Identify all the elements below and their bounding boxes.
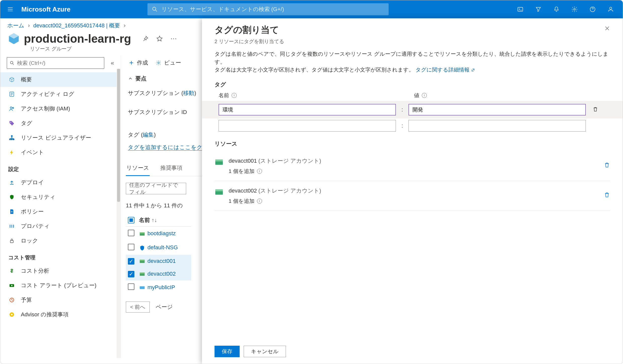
info-icon[interactable]: i [257,199,262,204]
breadcrumb-item[interactable]: devacct002_1659554017448 | 概要 [33,22,120,29]
col-name[interactable]: 名前 ↑↓ [137,214,191,227]
resource-link[interactable]: devacct001 [147,258,176,264]
tag-name-input[interactable] [219,120,396,132]
view-button[interactable]: ビュー [155,59,181,67]
tag-value-input[interactable] [408,104,586,115]
sidebar-search[interactable] [7,57,104,69]
sidebar-scrollbar[interactable] [117,69,121,358]
help-button[interactable] [585,3,601,15]
row-checkbox[interactable]: ✓ [128,258,134,265]
tag-name-input[interactable] [219,104,396,115]
row-checkbox[interactable] [128,244,134,250]
row-checkbox[interactable] [128,283,134,290]
nav-properties[interactable]: プロパティ [0,219,121,233]
resource-link[interactable]: default-NSG [147,244,178,251]
nav-security[interactable]: セキュリティ [0,190,121,204]
select-all-checkbox[interactable] [128,217,134,223]
svg-point-2 [574,9,576,10]
resource-link[interactable]: myPublicIP [147,284,175,290]
nav-policies[interactable]: ポリシー [0,204,121,219]
info-icon[interactable]: i [232,93,237,98]
tab-resources[interactable]: リソース [126,161,150,176]
resource-card-body: devacct001(ストレージ アカウント) 1 個を追加i [229,157,599,175]
scrollbar-thumb[interactable] [117,69,120,202]
nav-events[interactable]: イベント [0,145,121,160]
tags-section-header: タグ [202,74,623,92]
nav-locks[interactable]: ロック [0,233,121,248]
nav-activity-log[interactable]: アクティビティ ログ [0,87,121,101]
cloud-shell-button[interactable] [512,3,528,15]
nav-cost-analysis[interactable]: コスト分析 [0,264,121,278]
nav-deployments[interactable]: デプロイ [0,175,121,190]
resource-remove-button[interactable] [604,187,610,199]
nav-resource-visualizer[interactable]: リソース ビジュアライザー [0,131,121,145]
row-checkbox[interactable]: ✓ [128,271,134,277]
subscription-move-link[interactable]: 移動 [183,90,194,96]
tags-edit-link[interactable]: 編集 [143,132,154,138]
directories-button[interactable] [530,3,546,15]
nav-cost-alerts[interactable]: コスト アラート (プレビュー) [0,278,121,293]
pin-button[interactable] [141,34,150,43]
row-checkbox[interactable] [128,230,134,236]
breadcrumb-home[interactable]: ホーム [7,22,24,29]
create-button[interactable]: 作成 [128,59,148,67]
resource-add-row: 1 個を追加i [229,168,599,175]
svg-rect-1 [518,7,523,11]
sidebar-collapse-button[interactable]: « [111,59,114,67]
svg-rect-27 [140,286,145,289]
table-row[interactable]: ✓devacct002 [126,268,191,280]
notifications-button[interactable] [548,3,564,15]
nav-tags[interactable]: タグ [0,116,121,131]
table-row[interactable]: myPublicIP [126,280,191,294]
resource-remove-button[interactable] [604,157,610,169]
nav-advisor[interactable]: Advisor の推奨事項 [0,307,121,322]
tag-delete-button[interactable] [590,106,600,113]
resource-link[interactable]: bootdiagstz [147,230,176,236]
sidebar-scroll[interactable]: 概要 アクティビティ ログ アクセス制御 (IAM) タグ リソース ビジュアラ… [0,72,121,358]
table-row[interactable]: ✓devacct001 [126,255,191,268]
tags-add-link[interactable]: タグを追加するにはここをク [128,144,202,151]
filter-input[interactable]: 任意のフィールドでフィル [126,183,186,194]
nav-budgets[interactable]: 予算 [0,293,121,307]
panel-description: タグは名前と値のペアで、同じタグを複数のリソースやリソース グループに適用するこ… [202,49,623,74]
resource-type: (ストレージ アカウント) [258,158,321,164]
brand-label[interactable]: Microsoft Azure [21,6,71,13]
tag-icon [8,120,15,127]
nav-label: アクセス制御 (IAM) [21,105,70,112]
hamburger-menu[interactable] [4,3,16,15]
favorite-button[interactable] [155,34,164,43]
storage-icon [139,231,145,237]
svg-point-4 [610,7,612,9]
feedback-button[interactable] [603,3,619,15]
global-search-input[interactable] [161,6,385,13]
tab-recommendations[interactable]: 推奨事項 [160,161,183,176]
close-icon [604,25,610,31]
trash-icon [592,106,598,112]
page-title: production-learn-rg [24,32,131,45]
svg-rect-24 [140,260,145,261]
prev-page-button[interactable]: < 前へ [126,301,150,313]
save-button[interactable]: 保存 [215,346,240,357]
sidebar-search-input[interactable] [17,60,101,66]
tags-close: ) [154,132,155,138]
dollar-icon [8,267,15,274]
more-button[interactable]: ⋯ [169,34,178,43]
table-row[interactable]: default-NSG [126,241,191,255]
settings-button[interactable] [566,3,583,15]
tag-value-input[interactable] [408,120,586,132]
section-settings: 設定 [0,160,121,175]
assign-tags-panel: タグの割り当て 2 リソースにタグを割り当てる タグは名前と値のペアで、同じタグ… [202,18,623,364]
info-icon[interactable]: i [422,93,427,98]
nav-access-control[interactable]: アクセス制御 (IAM) [0,101,121,116]
global-search[interactable] [147,3,389,15]
cancel-button[interactable]: キャンセル [244,346,286,357]
feedback-icon [607,6,614,13]
table-row[interactable]: bootdiagstz [126,227,191,241]
panel-close-button[interactable] [604,24,610,33]
advisor-icon [8,311,15,318]
nav-overview[interactable]: 概要 [0,72,121,87]
gear-icon [571,6,578,13]
learn-more-link[interactable]: タグに関する詳細情報 [416,67,475,73]
info-icon[interactable]: i [257,169,262,174]
resource-link[interactable]: devacct002 [147,271,176,277]
